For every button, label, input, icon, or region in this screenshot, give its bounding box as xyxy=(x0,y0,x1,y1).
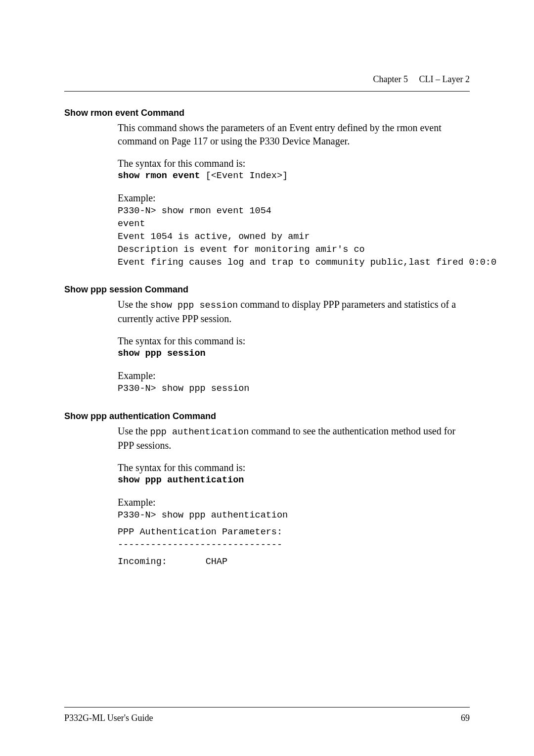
intro-text: Use the show ppp session command to disp… xyxy=(118,298,470,326)
content-area: Show rmon event Command This command sho… xyxy=(64,108,470,568)
spacer xyxy=(118,552,470,556)
intro-code: ppp authentication xyxy=(150,427,249,437)
example-line: Incoming: CHAP xyxy=(118,556,470,568)
footer-guide-title: P332G-ML User's Guide xyxy=(64,713,153,723)
chapter-number: Chapter 5 xyxy=(373,74,408,84)
intro-text: This command shows the parameters of an … xyxy=(118,121,470,148)
example-line: Event firing causes log and trap to comm… xyxy=(118,256,470,269)
page-header: Chapter 5 CLI – Layer 2 xyxy=(373,74,470,85)
intro-text: Use the ppp authentication command to se… xyxy=(118,425,470,452)
header-rule xyxy=(64,91,470,92)
spacer xyxy=(64,269,470,284)
page: Chapter 5 CLI – Layer 2 Show rmon event … xyxy=(0,0,534,756)
section-heading-ppp-session: Show ppp session Command xyxy=(64,284,470,295)
example-line: event xyxy=(118,218,470,231)
example-label: Example: xyxy=(118,369,470,382)
example-line: P330-N> show rmon event 1054 xyxy=(118,205,470,218)
example-line: ------------------------------ xyxy=(118,539,470,552)
footer-page-number: 69 xyxy=(461,713,470,723)
example-line: Event 1054 is active, owned by amir xyxy=(118,231,470,243)
syntax-label: The syntax for this command is: xyxy=(118,461,470,474)
footer-rule xyxy=(64,707,470,708)
syntax-bold: show ppp authentication xyxy=(118,475,244,485)
section-body-ppp-session: Use the show ppp session command to disp… xyxy=(118,298,470,395)
example-label: Example: xyxy=(118,496,470,509)
section-body-ppp-auth: Use the ppp authentication command to se… xyxy=(118,425,470,568)
example-line: Description is event for monitoring amir… xyxy=(118,243,470,256)
syntax-command: show rmon event [<Event Index>] xyxy=(118,170,470,183)
spacer xyxy=(118,522,470,526)
chapter-title: CLI – Layer 2 xyxy=(419,74,470,84)
intro-pre: Use the xyxy=(118,299,150,310)
intro-code: show ppp session xyxy=(150,300,238,311)
section-body-rmon: This command shows the parameters of an … xyxy=(118,121,470,269)
example-line: P330-N> show ppp authentication xyxy=(118,509,470,522)
syntax-label: The syntax for this command is: xyxy=(118,157,470,170)
intro-pre: Use the xyxy=(118,425,150,436)
spacer xyxy=(64,395,470,411)
syntax-command: show ppp session xyxy=(118,348,470,360)
section-heading-ppp-auth: Show ppp authentication Command xyxy=(64,411,470,422)
example-label: Example: xyxy=(118,191,470,205)
syntax-bold: show ppp session xyxy=(118,348,206,359)
syntax-bold: show rmon event xyxy=(118,171,200,181)
syntax-rest: [<Event Index>] xyxy=(200,171,288,181)
example-line: PPP Authentication Parameters: xyxy=(118,526,470,539)
example-line: P330-N> show ppp session xyxy=(118,382,470,395)
section-heading-rmon: Show rmon event Command xyxy=(64,108,470,118)
syntax-label: The syntax for this command is: xyxy=(118,334,470,348)
syntax-command: show ppp authentication xyxy=(118,474,470,487)
